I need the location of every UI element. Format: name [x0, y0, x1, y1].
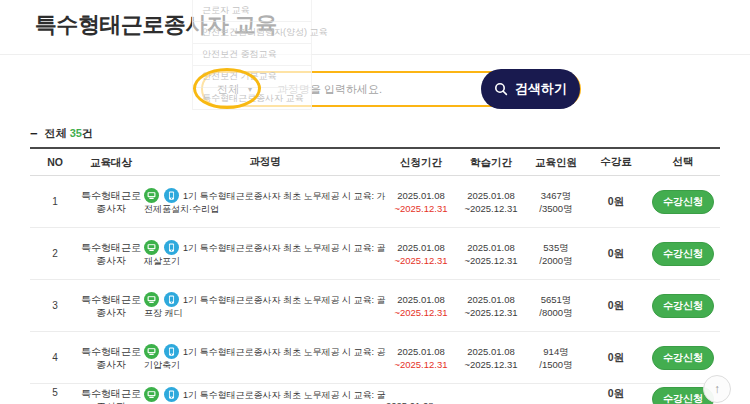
mobile-icon — [164, 188, 179, 203]
course-fee: 0원 — [586, 176, 646, 227]
table-row: 2 특수형태근로종사자 — [30, 228, 720, 280]
application-period: 2025.01.08 ~2025.12.31 — [386, 332, 456, 383]
study-end-date: ~2025.12.31 — [464, 358, 517, 371]
select-cell: 수강신청 — [646, 176, 720, 227]
course-fee: 0원 — [586, 332, 646, 383]
row-number: 1 — [30, 176, 80, 227]
result-summary: − 전체 35건 — [30, 126, 93, 141]
column-header-study-period: 학습기간 — [456, 156, 526, 169]
enroll-button[interactable]: 수강신청 — [652, 294, 714, 318]
enrolled-count: 3467명 — [541, 189, 572, 202]
enrollment-count: 20840명 — [526, 384, 586, 404]
study-period: 2025.01.08 ~2025.12.31 — [456, 332, 526, 383]
capacity-count: /8000명 — [539, 306, 572, 319]
category-select[interactable]: 전체 ▾ — [203, 82, 267, 97]
application-period: 2025.01.08 ~2025.12.31 — [386, 280, 456, 331]
table-row: 5 특수형태근로종사자 — [30, 384, 720, 404]
column-header-capacity: 교육인원 — [526, 156, 586, 169]
column-header-no: NO — [30, 156, 80, 168]
course-name-cell: 1기 특수형태근로종사자 최초 노무제공 시 교육: 공기압축기 — [142, 332, 386, 383]
education-target: 특수형태근로종사자 — [80, 332, 142, 383]
application-period: 2025.01.08 ~2025.12.31 — [386, 176, 456, 227]
table-row: 3 특수형태근로종사자 — [30, 280, 720, 332]
application-start-date: 2025.01.08 — [397, 241, 445, 254]
enroll-button[interactable]: 수강신청 — [652, 346, 714, 370]
pc-icon — [144, 188, 159, 203]
row-number: 4 — [30, 332, 80, 383]
application-end-date: ~2025.12.31 — [394, 358, 447, 371]
chevron-down-icon: ▾ — [248, 85, 252, 94]
pc-icon — [144, 387, 159, 402]
course-name-cell: 1기 특수형태근로종사자 최초 노무제공 시 교육: 굴착기 — [142, 384, 386, 404]
course-name: 1기 특수형태근로종사자 최초 노무제공 시 교육: 공기압축기 — [144, 347, 386, 370]
application-period: 2025.01.08 ~2025.12.31 — [386, 384, 456, 404]
course-fee: 0원 — [586, 228, 646, 279]
course-fee: 0원 — [586, 384, 646, 404]
course-name: 1기 특수형태근로종사자 최초 노무제공 시 교육: 굴착기 — [144, 390, 386, 404]
row-number: 2 — [30, 228, 80, 279]
page: 특수형태근로종사자 교육 근로자 교육 안전보건관리담당자(양성) 교육 안전보… — [0, 0, 750, 404]
enrolled-count: 5651명 — [541, 293, 572, 306]
column-header-apply-period: 신청기간 — [386, 156, 456, 169]
table-row: 1 특수형태근로종사자 — [30, 176, 720, 228]
course-name: 1기 특수형태근로종사자 최초 노무제공 시 교육: 가전제품설치·수리업 — [144, 191, 386, 214]
course-fee: 0원 — [586, 280, 646, 331]
header-divider — [0, 54, 750, 55]
study-period: 2025.01.08 ~2025.12.31 — [456, 280, 526, 331]
search-button[interactable]: 검색하기 — [481, 69, 580, 109]
course-name-cell: 1기 특수형태근로종사자 최초 노무제공 시 교육: 가전제품설치·수리업 — [142, 176, 386, 227]
table-body: 1 특수형태근로종사자 — [30, 176, 720, 404]
mobile-icon — [164, 387, 179, 402]
application-end-date: ~2025.12.31 — [394, 202, 447, 215]
study-end-date: ~2025.12.31 — [464, 202, 517, 215]
course-name-cell: 1기 특수형태근로종사자 최초 노무제공 시 교육: 골재살포기 — [142, 228, 386, 279]
course-table: NO 교육대상 과정명 신청기간 학습기간 교육인원 수강료 선택 1 특수형태… — [30, 147, 720, 404]
study-period: 2025.01.08 — [456, 384, 526, 404]
course-name-cell: 1기 특수형태근로종사자 최초 노무제공 시 교육: 골프장 캐디 — [142, 280, 386, 331]
arrow-up-icon: ↑ — [714, 382, 720, 396]
category-selected-value: 전체 — [217, 82, 239, 97]
pc-icon — [144, 344, 159, 359]
application-start-date: 2025.01.08 — [397, 189, 445, 202]
select-cell: 수강신청 — [646, 280, 720, 331]
scroll-to-top-button[interactable]: ↑ — [703, 375, 731, 403]
row-number: 3 — [30, 280, 80, 331]
application-start-date: 2025.01.08 — [386, 399, 434, 404]
application-period: 2025.01.08 ~2025.12.31 — [386, 228, 456, 279]
result-count: 35 — [70, 127, 82, 139]
summary-text: 전체 35건 — [45, 126, 93, 141]
study-end-date: ~2025.12.31 — [464, 306, 517, 319]
table-header-row: NO 교육대상 과정명 신청기간 학습기간 교육인원 수강료 선택 — [30, 147, 720, 176]
enrollment-count: 914명 /1500명 — [526, 332, 586, 383]
mobile-icon — [164, 292, 179, 307]
column-header-select: 선택 — [646, 155, 720, 169]
row-number: 5 — [30, 384, 80, 404]
enrolled-count: 535명 — [543, 241, 568, 254]
mobile-icon — [164, 240, 179, 255]
application-start-date: 2025.01.08 — [397, 293, 445, 306]
select-cell: 수강신청 — [646, 228, 720, 279]
enroll-button[interactable]: 수강신청 — [652, 242, 714, 266]
page-title: 특수형태근로종사자 교육 — [35, 10, 277, 40]
enrollment-count: 535명 /2000명 — [526, 228, 586, 279]
menu-item-safety-core-education[interactable]: 안전보건 중점교육 — [193, 44, 311, 66]
enroll-button[interactable]: 수강신청 — [652, 190, 714, 214]
search-icon — [494, 82, 508, 96]
pc-icon — [144, 292, 159, 307]
education-target: 특수형태근로종사자 — [80, 384, 142, 404]
column-header-target: 교육대상 — [80, 156, 142, 169]
application-end-date: ~2025.12.31 — [394, 254, 447, 267]
column-header-fee: 수강료 — [586, 155, 646, 169]
education-target: 특수형태근로종사자 — [80, 228, 142, 279]
application-start-date: 2025.01.08 — [397, 345, 445, 358]
column-header-course: 과정명 — [142, 155, 386, 169]
enrollment-count: 5651명 /8000명 — [526, 280, 586, 331]
education-target: 특수형태근로종사자 — [80, 176, 142, 227]
select-cell: 수강신청 — [646, 332, 720, 383]
education-target: 특수형태근로종사자 — [80, 280, 142, 331]
study-end-date: ~2025.12.31 — [464, 254, 517, 267]
course-name: 1기 특수형태근로종사자 최초 노무제공 시 교육: 골재살포기 — [144, 243, 386, 266]
table-row: 4 특수형태근로종사자 — [30, 332, 720, 384]
capacity-count: /3500명 — [539, 202, 572, 215]
study-period: 2025.01.08 ~2025.12.31 — [456, 176, 526, 227]
